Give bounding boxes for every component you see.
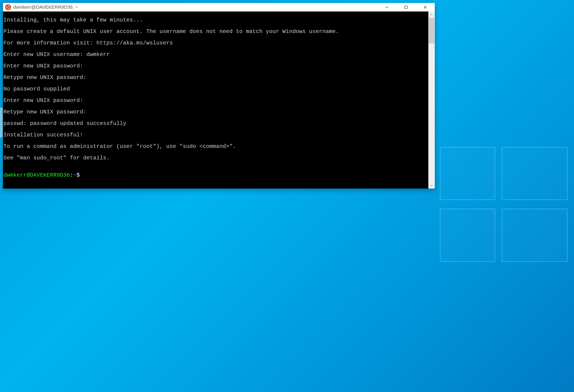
terminal-line: To run a command as administrator (user … <box>3 144 428 149</box>
prompt-user-host: dwmkerr@DAVEKERR9D36 <box>3 172 70 178</box>
terminal-window: dwmkerr@DAVEKERR9D36: ~ Installing, this… <box>3 3 435 189</box>
terminal-line: Enter new UNIX password: <box>3 98 428 103</box>
terminal-line: Installing, this may take a few minutes.… <box>3 17 428 23</box>
windows-logo <box>440 147 568 262</box>
terminal-line: passwd: password updated successfully <box>3 121 428 126</box>
prompt-path: ~ <box>73 172 77 178</box>
prompt-colon: : <box>70 172 73 178</box>
minimize-button[interactable] <box>377 3 396 12</box>
terminal-line: Please create a default UNIX user accoun… <box>3 29 428 35</box>
svg-rect-4 <box>405 6 407 8</box>
windows-logo-pane <box>440 147 495 200</box>
terminal-line: Installation successful! <box>3 132 428 138</box>
terminal-line: Enter new UNIX password: <box>3 63 428 69</box>
terminal-line: No password supplied <box>3 86 428 92</box>
prompt-symbol: $ <box>76 172 80 178</box>
terminal-line: For more information visit: https://aka.… <box>3 40 428 46</box>
terminal-prompt: dwmkerr@DAVEKERR9D36:~$ <box>3 172 428 178</box>
svg-point-0 <box>6 7 7 8</box>
terminal-line: Retype new UNIX password: <box>3 75 428 80</box>
terminal-line: See "man sudo_root" for details. <box>3 155 428 161</box>
windows-logo-pane <box>440 209 495 262</box>
maximize-button[interactable] <box>396 3 416 12</box>
svg-point-2 <box>8 8 9 9</box>
close-button[interactable] <box>416 3 435 12</box>
window-controls <box>377 3 435 12</box>
titlebar[interactable]: dwmkerr@DAVEKERR9D36: ~ <box>3 3 435 12</box>
scrollbar-down-icon[interactable] <box>428 182 435 189</box>
windows-logo-pane <box>502 209 568 262</box>
terminal-output[interactable]: Installing, this may take a few minutes.… <box>3 12 428 189</box>
ubuntu-icon <box>5 4 11 10</box>
scrollbar-thumb[interactable] <box>429 18 434 43</box>
svg-point-1 <box>8 5 9 7</box>
terminal-line: Enter new UNIX username: dwmkerr <box>3 52 428 58</box>
window-title: dwmkerr@DAVEKERR9D36: ~ <box>13 4 78 10</box>
windows-logo-pane <box>502 147 568 200</box>
scrollbar-up-icon[interactable] <box>428 12 435 18</box>
desktop-icon-selection[interactable] <box>0 108 3 137</box>
terminal-line: Retype new UNIX password: <box>3 109 428 115</box>
vertical-scrollbar[interactable] <box>428 12 435 189</box>
